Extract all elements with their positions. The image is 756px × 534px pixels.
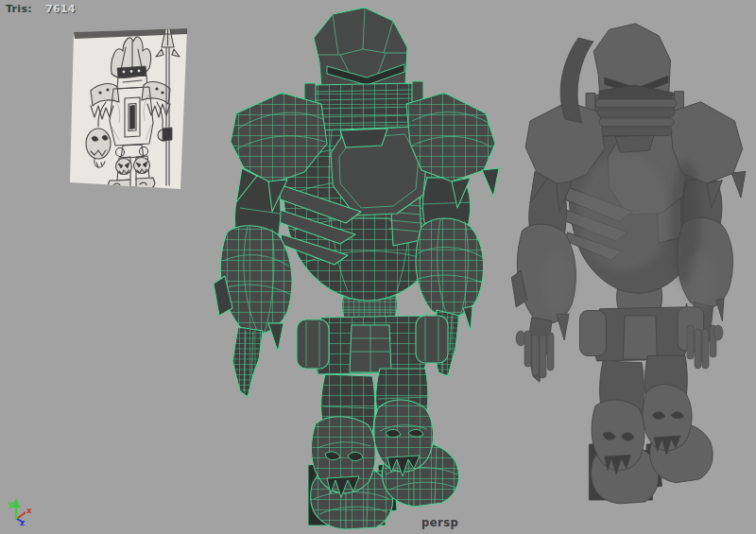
x-axis-label: x [26, 506, 32, 515]
tris-label: Tris: [6, 3, 32, 15]
reference-sketch[interactable] [70, 19, 187, 195]
viewport-canvas: y x z [0, 0, 756, 534]
maya-viewport[interactable]: y x z Tris:7614 persp [0, 0, 756, 534]
z-axis-label: z [20, 518, 25, 527]
shaded-hand-left [516, 331, 554, 378]
robot-model-wireframe[interactable] [214, 8, 499, 529]
view-axis-gizmo: y x z [8, 498, 32, 527]
shaded-arm-highlight [688, 250, 714, 310]
shaded-chest-highlight [578, 154, 669, 271]
robot-model-shaded[interactable] [511, 24, 746, 504]
tris-value: 7614 [45, 3, 76, 15]
camera-name-label: persp [421, 516, 458, 529]
shaded-hand-right [687, 325, 723, 369]
heads-up-display-tris: Tris:7614 [6, 3, 76, 15]
shaded-arm-highlight [543, 251, 572, 316]
y-axis-label: y [8, 499, 13, 508]
